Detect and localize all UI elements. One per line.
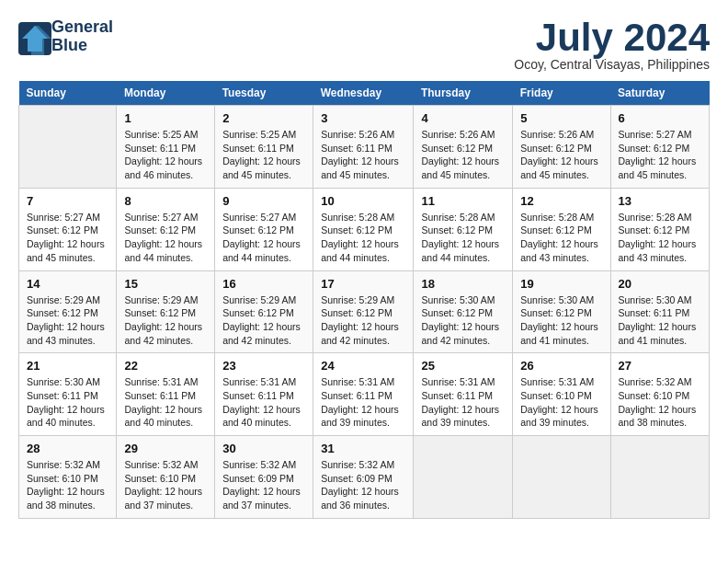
daylight-text: Daylight: 12 hours	[321, 238, 399, 249]
daylight-text: Daylight: 12 hours	[520, 155, 598, 167]
sunset-text: Sunset: 6:12 PM	[619, 224, 690, 236]
sunset-text: Sunset: 6:12 PM	[321, 307, 392, 318]
calendar-cell: 20Sunrise: 5:30 AMSunset: 6:11 PMDayligh…	[610, 270, 710, 353]
day-info: Sunrise: 5:26 AMSunset: 6:12 PMDaylight:…	[520, 128, 602, 182]
calendar-cell: 24Sunrise: 5:31 AMSunset: 6:11 PMDayligh…	[313, 353, 414, 436]
day-info: Sunrise: 5:30 AMSunset: 6:11 PMDaylight:…	[619, 293, 702, 348]
day-info: Sunrise: 5:30 AMSunset: 6:11 PMDaylight:…	[27, 375, 108, 430]
daylight-text-cont: and 40 minutes.	[222, 417, 291, 428]
daylight-text-cont: and 42 minutes.	[421, 335, 490, 346]
sunset-text: Sunset: 6:11 PM	[222, 390, 294, 401]
daylight-text: Daylight: 12 hours	[124, 155, 202, 167]
day-number: 19	[520, 277, 602, 291]
day-info: Sunrise: 5:29 AMSunset: 6:12 PMDaylight:…	[124, 293, 207, 348]
day-info: Sunrise: 5:32 AMSunset: 6:09 PMDaylight:…	[321, 458, 405, 512]
calendar-week-row: 1Sunrise: 5:25 AMSunset: 6:11 PMDaylight…	[19, 106, 710, 189]
day-info: Sunrise: 5:25 AMSunset: 6:11 PMDaylight:…	[222, 128, 305, 182]
calendar-cell	[610, 436, 710, 519]
calendar-cell: 2Sunrise: 5:25 AMSunset: 6:11 PMDaylight…	[215, 106, 313, 189]
sunset-text: Sunset: 6:12 PM	[222, 224, 294, 236]
sunset-text: Sunset: 6:12 PM	[520, 143, 592, 154]
calendar-cell: 1Sunrise: 5:25 AMSunset: 6:11 PMDaylight…	[117, 106, 215, 189]
daylight-text: Daylight: 12 hours	[619, 404, 697, 415]
sunset-text: Sunset: 6:12 PM	[27, 224, 98, 236]
day-number: 20	[619, 277, 702, 291]
sunset-text: Sunset: 6:12 PM	[421, 307, 493, 318]
sunset-text: Sunset: 6:11 PM	[321, 390, 392, 401]
daylight-text-cont: and 42 minutes.	[321, 335, 390, 346]
sunrise-text: Sunrise: 5:27 AM	[619, 129, 692, 140]
sunset-text: Sunset: 6:12 PM	[27, 307, 98, 318]
day-info: Sunrise: 5:32 AMSunset: 6:10 PMDaylight:…	[619, 375, 702, 430]
daylight-text: Daylight: 12 hours	[321, 155, 399, 167]
weekday-header: Thursday	[414, 81, 513, 106]
day-number: 1	[124, 111, 207, 125]
day-info: Sunrise: 5:32 AMSunset: 6:10 PMDaylight:…	[27, 458, 108, 512]
daylight-text: Daylight: 12 hours	[27, 238, 105, 249]
sunrise-text: Sunrise: 5:32 AM	[222, 459, 296, 470]
daylight-text: Daylight: 12 hours	[222, 486, 301, 497]
logo-icon	[18, 22, 48, 52]
calendar-cell: 26Sunrise: 5:31 AMSunset: 6:10 PMDayligh…	[513, 353, 610, 436]
daylight-text-cont: and 45 minutes.	[222, 169, 291, 180]
daylight-text-cont: and 38 minutes.	[619, 417, 688, 428]
daylight-text: Daylight: 12 hours	[619, 238, 697, 249]
calendar-cell: 21Sunrise: 5:30 AMSunset: 6:11 PMDayligh…	[19, 353, 117, 436]
daylight-text-cont: and 44 minutes.	[321, 252, 390, 263]
day-info: Sunrise: 5:27 AMSunset: 6:12 PMDaylight:…	[222, 211, 305, 265]
sunrise-text: Sunrise: 5:30 AM	[619, 294, 692, 305]
sunset-text: Sunset: 6:09 PM	[222, 473, 294, 484]
daylight-text: Daylight: 12 hours	[520, 404, 598, 415]
sunset-text: Sunset: 6:12 PM	[619, 143, 690, 154]
day-info: Sunrise: 5:27 AMSunset: 6:12 PMDaylight:…	[124, 211, 207, 265]
day-number: 12	[520, 194, 602, 208]
day-number: 5	[520, 111, 602, 125]
daylight-text: Daylight: 12 hours	[124, 321, 202, 332]
sunset-text: Sunset: 6:12 PM	[222, 307, 294, 318]
sunrise-text: Sunrise: 5:32 AM	[27, 459, 100, 470]
calendar-cell: 30Sunrise: 5:32 AMSunset: 6:09 PMDayligh…	[215, 436, 313, 519]
calendar-cell: 12Sunrise: 5:28 AMSunset: 6:12 PMDayligh…	[513, 188, 610, 270]
sunrise-text: Sunrise: 5:29 AM	[124, 294, 198, 305]
day-number: 21	[27, 359, 108, 373]
sunset-text: Sunset: 6:11 PM	[222, 143, 294, 154]
daylight-text-cont: and 40 minutes.	[27, 417, 96, 428]
sunrise-text: Sunrise: 5:31 AM	[321, 376, 394, 387]
sunrise-text: Sunrise: 5:28 AM	[520, 212, 594, 223]
daylight-text-cont: and 44 minutes.	[222, 252, 291, 263]
sunrise-text: Sunrise: 5:29 AM	[222, 294, 296, 305]
daylight-text-cont: and 43 minutes.	[619, 252, 688, 263]
calendar-cell: 31Sunrise: 5:32 AMSunset: 6:09 PMDayligh…	[313, 436, 414, 519]
daylight-text: Daylight: 12 hours	[27, 404, 105, 415]
day-info: Sunrise: 5:29 AMSunset: 6:12 PMDaylight:…	[222, 293, 305, 348]
day-number: 6	[619, 111, 702, 125]
calendar-cell: 28Sunrise: 5:32 AMSunset: 6:10 PMDayligh…	[19, 436, 117, 519]
weekday-header: Sunday	[19, 81, 117, 106]
sunrise-text: Sunrise: 5:30 AM	[27, 376, 100, 387]
daylight-text-cont: and 45 minutes.	[520, 169, 589, 180]
daylight-text: Daylight: 12 hours	[27, 321, 105, 332]
sunset-text: Sunset: 6:10 PM	[124, 473, 196, 484]
sunset-text: Sunset: 6:12 PM	[520, 224, 592, 236]
day-info: Sunrise: 5:31 AMSunset: 6:11 PMDaylight:…	[421, 375, 505, 430]
daylight-text-cont: and 45 minutes.	[619, 169, 688, 180]
sunrise-text: Sunrise: 5:25 AM	[124, 129, 198, 140]
day-number: 23	[222, 359, 305, 373]
sunrise-text: Sunrise: 5:25 AM	[222, 129, 296, 140]
sunset-text: Sunset: 6:11 PM	[421, 390, 493, 401]
daylight-text: Daylight: 12 hours	[321, 321, 399, 332]
calendar-cell: 27Sunrise: 5:32 AMSunset: 6:10 PMDayligh…	[610, 353, 710, 436]
sunrise-text: Sunrise: 5:30 AM	[520, 294, 594, 305]
day-number: 9	[222, 194, 305, 208]
sunrise-text: Sunrise: 5:30 AM	[421, 294, 495, 305]
sunrise-text: Sunrise: 5:26 AM	[421, 129, 495, 140]
day-info: Sunrise: 5:31 AMSunset: 6:10 PMDaylight:…	[520, 375, 602, 430]
calendar-week-row: 14Sunrise: 5:29 AMSunset: 6:12 PMDayligh…	[19, 270, 710, 353]
sunset-text: Sunset: 6:12 PM	[520, 307, 592, 318]
day-number: 14	[27, 277, 108, 291]
daylight-text: Daylight: 12 hours	[321, 404, 399, 415]
daylight-text: Daylight: 12 hours	[124, 404, 202, 415]
day-info: Sunrise: 5:26 AMSunset: 6:11 PMDaylight:…	[321, 128, 405, 182]
day-number: 18	[421, 277, 505, 291]
day-number: 11	[421, 194, 505, 208]
